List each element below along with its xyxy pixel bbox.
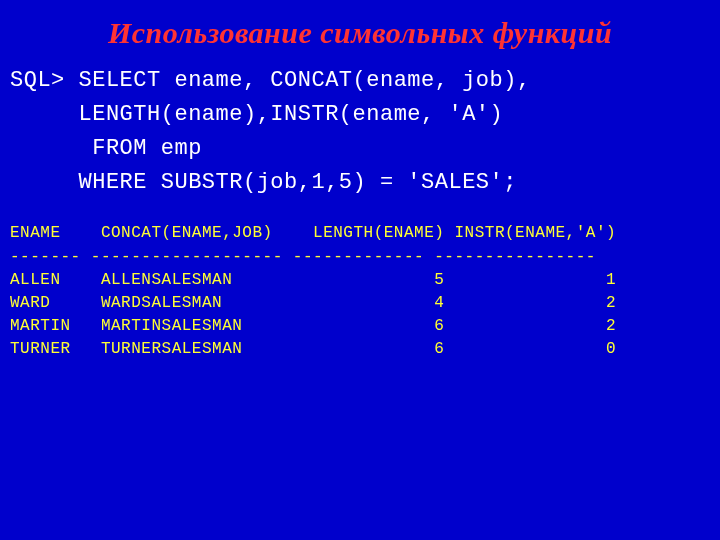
sql-line-3: FROM emp	[10, 136, 202, 161]
slide: Использование символьных функций SQL> SE…	[0, 0, 720, 540]
result-row-1: ALLEN ALLENSALESMAN 5 1	[10, 271, 616, 289]
result-row-3: MARTIN MARTINSALESMAN 6 2	[10, 317, 616, 335]
result-header: ENAME CONCAT(ENAME,JOB) LENGTH(ENAME) IN…	[10, 224, 616, 242]
sql-result-block: ENAME CONCAT(ENAME,JOB) LENGTH(ENAME) IN…	[10, 222, 712, 361]
result-row-2: WARD WARDSALESMAN 4 2	[10, 294, 616, 312]
sql-line-1: SQL> SELECT ename, CONCAT(ename, job),	[10, 68, 531, 93]
result-separator: ------- ------------------- ------------…	[10, 248, 596, 266]
sql-query-block: SQL> SELECT ename, CONCAT(ename, job), L…	[10, 64, 712, 200]
slide-title: Использование символьных функций	[8, 16, 712, 50]
result-row-4: TURNER TURNERSALESMAN 6 0	[10, 340, 616, 358]
sql-line-2: LENGTH(ename),INSTR(ename, 'A')	[10, 102, 503, 127]
sql-line-4: WHERE SUBSTR(job,1,5) = 'SALES';	[10, 170, 517, 195]
